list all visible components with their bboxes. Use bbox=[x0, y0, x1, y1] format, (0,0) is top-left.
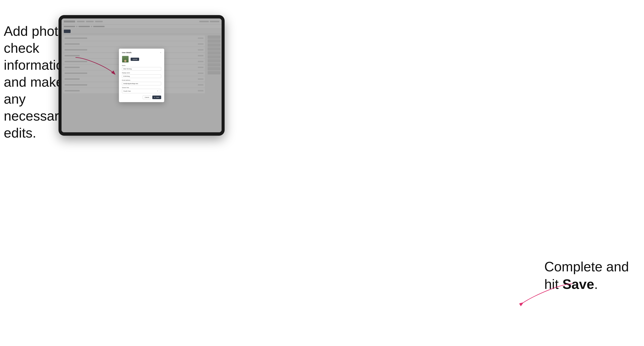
modal-close-button[interactable]: × bbox=[160, 52, 161, 53]
display-name-label: Display name bbox=[122, 72, 161, 73]
photo-section: Upload bbox=[122, 56, 161, 63]
photo-person bbox=[122, 56, 128, 62]
select-clear-icon[interactable]: ✕ bbox=[157, 90, 158, 92]
select-controls: ✕ ⌃⌄ bbox=[157, 90, 160, 92]
modal-title: User details bbox=[122, 52, 132, 53]
annotation-right: Complete and hit Save. bbox=[544, 258, 629, 293]
photo-thumbnail bbox=[122, 56, 129, 63]
modal-overlay: User details × Upload Name Dis bbox=[62, 18, 222, 132]
cancel-button[interactable]: Cancel bbox=[143, 96, 151, 99]
name-field-group: Name bbox=[122, 65, 161, 71]
annotation-right-line2: hit bbox=[544, 277, 562, 292]
school-year-label: School Year bbox=[122, 87, 161, 88]
user-details-modal: User details × Upload Name Dis bbox=[119, 49, 164, 102]
save-button[interactable]: ⬆ Save bbox=[152, 96, 161, 99]
school-year-select[interactable]: Fourth Year ✕ ⌃⌄ bbox=[122, 89, 161, 93]
upload-photo-button[interactable]: Upload bbox=[130, 58, 139, 61]
tablet-screen: User details × Upload Name Dis bbox=[62, 18, 222, 132]
email-label: Email address bbox=[122, 80, 161, 81]
modal-footer: Cancel ⬆ Save bbox=[122, 96, 161, 99]
email-input[interactable] bbox=[122, 82, 161, 85]
modal-title-bar: User details × bbox=[122, 52, 161, 53]
select-arrow-icon[interactable]: ⌃⌄ bbox=[159, 90, 160, 92]
display-name-field-group: Display name bbox=[122, 72, 161, 78]
school-year-value: Fourth Year bbox=[124, 90, 131, 92]
annotation-right-save: Save bbox=[562, 277, 594, 292]
display-name-input[interactable] bbox=[122, 74, 161, 78]
annotation-right-period: . bbox=[594, 277, 598, 292]
school-year-field-group: School Year Fourth Year ✕ ⌃⌄ bbox=[122, 87, 161, 93]
tablet-device: User details × Upload Name Dis bbox=[58, 15, 224, 136]
annotation-right-line1: Complete and bbox=[544, 259, 629, 274]
email-field-group: Email address bbox=[122, 80, 161, 85]
name-label: Name bbox=[122, 65, 161, 66]
name-input[interactable] bbox=[122, 67, 161, 71]
save-label: Save bbox=[156, 97, 159, 98]
save-icon: ⬆ bbox=[154, 97, 155, 98]
